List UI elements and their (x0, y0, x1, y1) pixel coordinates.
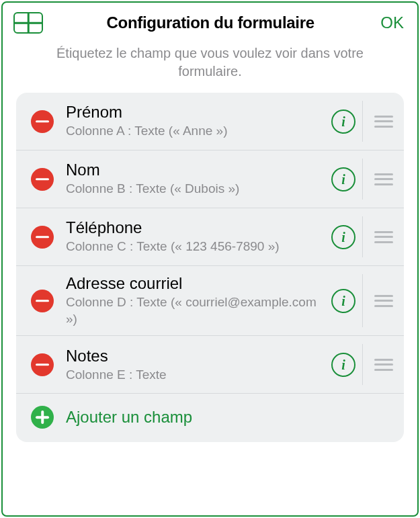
info-icon[interactable]: i (331, 110, 355, 134)
field-title: Adresse courriel (66, 274, 322, 293)
header-bar: Configuration du formulaire OK (3, 3, 417, 40)
field-subtitle: Colonne A : Texte (« Anne ») (66, 123, 322, 140)
drag-handle[interactable] (362, 101, 404, 142)
field-title: Notes (66, 347, 322, 365)
form-setup-panel: Configuration du formulaire OK Étiquetez… (1, 1, 419, 517)
field-title: Nom (66, 161, 322, 179)
drag-handle[interactable] (362, 159, 404, 200)
page-title: Configuration du formulaire (43, 13, 378, 32)
field-text: Nom Colonne B : Texte (« Dubois ») (66, 161, 327, 198)
drag-handle[interactable] (362, 344, 404, 385)
field-subtitle: Colonne C : Texte (« 123 456-7890 ») (66, 239, 322, 255)
info-icon[interactable]: i (331, 289, 355, 313)
field-row[interactable]: Notes Colonne E : Texte i (16, 336, 404, 394)
delete-icon[interactable] (31, 226, 54, 249)
field-text: Prénom Colonne A : Texte (« Anne ») (66, 103, 327, 140)
field-subtitle: Colonne B : Texte (« Dubois ») (66, 181, 322, 198)
add-icon[interactable] (31, 406, 54, 429)
fields-list: Prénom Colonne A : Texte (« Anne ») i No… (16, 93, 404, 442)
field-subtitle: Colonne E : Texte (66, 367, 322, 384)
table-icon[interactable] (13, 12, 43, 34)
delete-icon[interactable] (31, 290, 54, 312)
delete-icon[interactable] (31, 110, 54, 133)
instruction-text: Étiquetez le champ que vous voulez voir … (3, 40, 417, 93)
field-title: Téléphone (66, 218, 322, 237)
field-row[interactable]: Prénom Colonne A : Texte (« Anne ») i (16, 93, 404, 150)
field-title: Prénom (66, 103, 322, 122)
field-row[interactable]: Adresse courriel Colonne D : Texte (« co… (16, 266, 404, 336)
add-field-row[interactable]: Ajouter un champ (16, 394, 404, 442)
add-field-label: Ajouter un champ (66, 408, 192, 427)
field-text: Téléphone Colonne C : Texte (« 123 456-7… (66, 218, 327, 255)
info-icon[interactable]: i (331, 353, 355, 377)
field-row[interactable]: Téléphone Colonne C : Texte (« 123 456-7… (16, 208, 404, 266)
field-text: Notes Colonne E : Texte (66, 347, 327, 384)
delete-icon[interactable] (31, 353, 54, 376)
field-subtitle: Colonne D : Texte (« courriel@example.co… (66, 294, 322, 327)
info-icon[interactable]: i (331, 167, 355, 191)
drag-handle[interactable] (362, 216, 404, 257)
field-row[interactable]: Nom Colonne B : Texte (« Dubois ») i (16, 150, 404, 208)
field-text: Adresse courriel Colonne D : Texte (« co… (66, 274, 327, 327)
ok-button[interactable]: OK (378, 13, 407, 32)
info-icon[interactable]: i (331, 225, 355, 249)
delete-icon[interactable] (31, 168, 54, 191)
drag-handle[interactable] (362, 274, 404, 327)
